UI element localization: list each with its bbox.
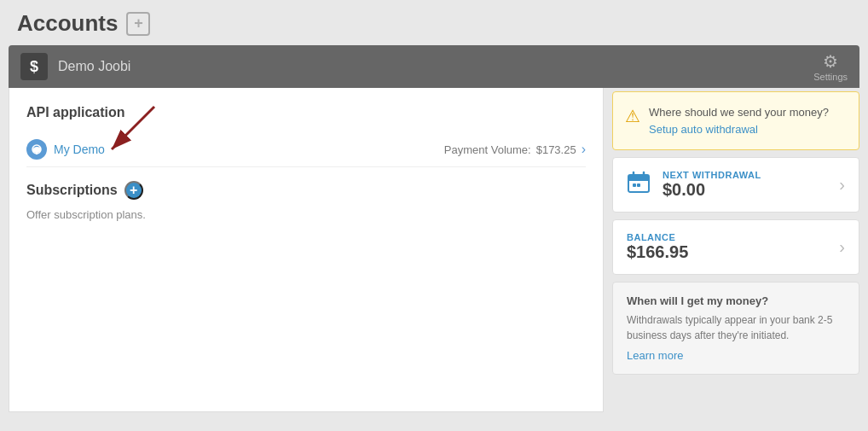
- account-tab: $ Demo Joobi ⚙ Settings: [9, 45, 859, 88]
- setup-withdrawal-link[interactable]: Setup auto withdrawal: [649, 123, 758, 136]
- info-text: Withdrawals typically appear in your ban…: [627, 312, 845, 343]
- next-withdrawal-info: NEXT WITHDRAWAL $0.00: [663, 170, 827, 200]
- svg-point-2: [35, 148, 38, 151]
- warning-icon: ⚠: [625, 106, 640, 126]
- balance-card[interactable]: BALANCE $166.95 ›: [612, 219, 859, 275]
- dollar-icon: $: [20, 53, 48, 80]
- subscriptions-section: Subscriptions + Offer subscription plans…: [26, 181, 586, 221]
- chevron-right-icon: ›: [839, 175, 845, 195]
- gear-icon: ⚙: [823, 51, 838, 72]
- calendar-icon: [627, 171, 651, 200]
- learn-more-link[interactable]: Learn more: [627, 349, 683, 362]
- svg-rect-4: [628, 175, 649, 181]
- chevron-right-icon: ›: [582, 142, 586, 157]
- svg-rect-7: [633, 183, 636, 187]
- right-panel: ⚠ Where should we send your money? Setup…: [612, 88, 859, 412]
- settings-button[interactable]: ⚙ Settings: [813, 51, 848, 82]
- app-link[interactable]: My Demo: [54, 143, 105, 156]
- next-withdrawal-card[interactable]: NEXT WITHDRAWAL $0.00 ›: [612, 157, 859, 213]
- payment-volume: Payment Volume: $173.25 ›: [444, 142, 586, 157]
- account-name: Demo Joobi: [58, 59, 130, 74]
- left-panel: API application: [9, 88, 604, 412]
- info-title: When will I get my money?: [627, 294, 845, 307]
- subscriptions-header: Subscriptions +: [26, 181, 586, 200]
- svg-rect-8: [637, 183, 640, 187]
- app-icon: [26, 139, 47, 160]
- subscriptions-title: Subscriptions: [26, 183, 118, 198]
- warning-text: Where should we send your money? Setup a…: [649, 104, 847, 137]
- api-app-row: My Demo Payment Volume: $173.25 ›: [26, 132, 586, 167]
- balance-info: BALANCE $166.95: [627, 232, 827, 262]
- subscriptions-description: Offer subscription plans.: [26, 208, 586, 221]
- add-subscription-button[interactable]: +: [124, 181, 143, 200]
- warning-card: ⚠ Where should we send your money? Setup…: [612, 91, 859, 150]
- add-account-button[interactable]: +: [126, 12, 150, 36]
- page-title: Accounts: [17, 10, 118, 37]
- info-card: When will I get my money? Withdrawals ty…: [612, 282, 859, 375]
- api-section-title: API application: [26, 105, 586, 120]
- chevron-right-icon: ›: [839, 237, 845, 257]
